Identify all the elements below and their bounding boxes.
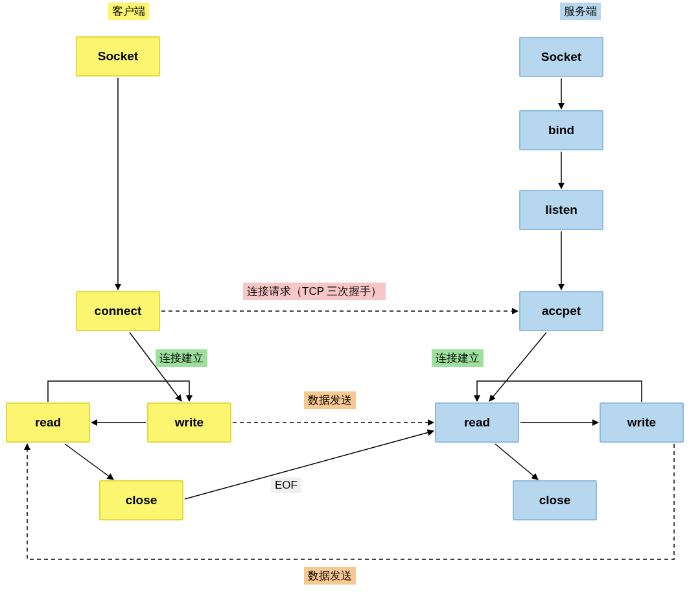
edge-server-write-loop-top: [477, 381, 642, 402]
client-close-node: close: [99, 480, 183, 520]
server-listen-node: listen: [519, 190, 603, 230]
client-socket-node: Socket: [76, 36, 160, 76]
client-read-text: read: [35, 415, 61, 430]
connect-request-label: 连接请求（TCP 三次握手）: [243, 283, 386, 300]
connection-established-right-label: 连接建立: [432, 349, 484, 367]
connection-established-left-label: 连接建立: [156, 349, 207, 367]
client-write-text: write: [175, 415, 204, 430]
client-header-label: 客户端: [108, 3, 149, 20]
edge-client-read-loop-top: [48, 381, 189, 402]
data-send-bottom-label: 数据发送: [304, 567, 356, 585]
server-write-text: write: [627, 415, 656, 430]
server-accept-node: accpet: [519, 291, 603, 331]
client-socket-text: Socket: [98, 49, 138, 64]
client-read-node: read: [6, 402, 90, 443]
server-socket-text: Socket: [541, 50, 581, 64]
server-header-label: 服务端: [560, 3, 601, 20]
server-close-node: close: [513, 480, 597, 520]
edge-client-read-close: [65, 444, 113, 480]
client-close-text: close: [126, 493, 158, 507]
data-send-mid-label: 数据发送: [304, 391, 356, 409]
server-listen-text: listen: [545, 203, 578, 217]
server-socket-node: Socket: [519, 37, 603, 77]
client-connect-node: connect: [76, 291, 160, 331]
client-write-node: write: [147, 402, 231, 443]
edge-server-read-close: [495, 444, 538, 480]
server-write-node: write: [600, 402, 684, 443]
server-close-text: close: [539, 493, 571, 507]
edge-accept-read: [489, 332, 546, 401]
server-bind-node: bind: [519, 110, 603, 150]
eof-label: EOF: [271, 478, 301, 493]
edge-connect-write: [130, 332, 181, 401]
client-connect-text: connect: [95, 304, 142, 318]
server-read-text: read: [464, 415, 490, 430]
server-bind-text: bind: [548, 123, 574, 137]
server-read-node: read: [435, 402, 519, 443]
server-accept-text: accpet: [542, 304, 581, 318]
